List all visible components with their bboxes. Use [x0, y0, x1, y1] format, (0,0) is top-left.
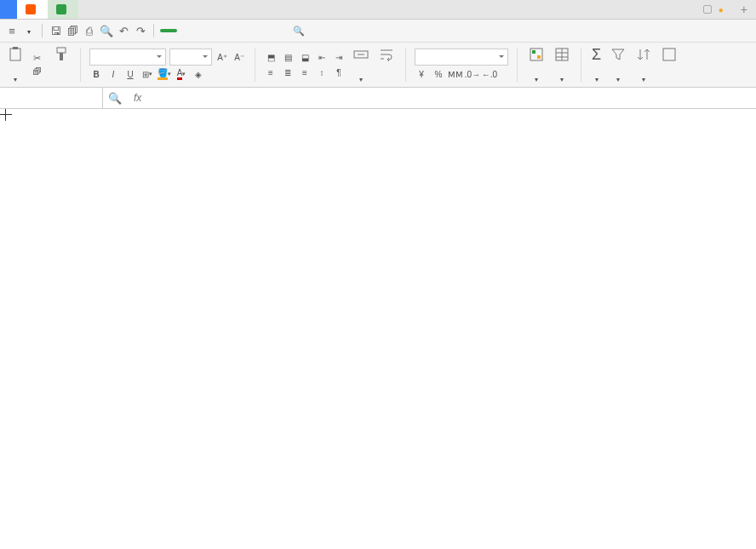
spreadsheet-grid[interactable] [0, 109, 756, 549]
svg-rect-2 [57, 48, 66, 53]
menu-insert[interactable] [180, 29, 191, 32]
brush-icon [53, 46, 70, 63]
save-icon[interactable]: 🖫 [49, 24, 62, 37]
merge-center-button[interactable]: ▾ [351, 44, 371, 85]
sort-button[interactable]: ▾ [633, 44, 654, 85]
menu-view[interactable] [249, 29, 259, 32]
menu-start[interactable] [160, 29, 177, 32]
save-as-icon[interactable]: 🗐 [66, 24, 79, 37]
indent-increase-icon[interactable]: ⇥ [332, 50, 346, 64]
increase-font-icon[interactable]: A⁺ [215, 50, 229, 64]
increase-decimal-icon[interactable]: .0→ [466, 67, 479, 81]
orientation-icon[interactable]: ↕ [315, 66, 329, 79]
menu-icon[interactable]: ≡ [5, 24, 19, 37]
menu-formula[interactable] [208, 29, 218, 32]
sum-button[interactable]: Σ ▾ [590, 44, 603, 85]
search-box[interactable]: 🔍 [293, 25, 404, 37]
merge-icon [352, 46, 369, 63]
svg-rect-0 [10, 49, 20, 60]
align-left-icon[interactable]: ≡ [264, 66, 278, 79]
search-icon: 🔍 [293, 26, 305, 37]
file-menu[interactable]: ▾ [22, 23, 36, 38]
dot-icon: ● [719, 5, 724, 14]
comma-icon[interactable]: ⅯⅯ [449, 67, 462, 81]
formula-bar: 🔍 fx [0, 88, 756, 109]
percent-icon[interactable]: % [432, 67, 445, 81]
align-middle-icon[interactable]: ▤ [281, 50, 295, 64]
paste-icon [7, 46, 24, 63]
align-top-icon[interactable]: ⬒ [264, 50, 278, 64]
daoke-icon [26, 4, 36, 14]
cond-format-icon [528, 46, 545, 63]
currency-icon[interactable]: ¥ [415, 67, 428, 81]
window-control-icon[interactable] [703, 5, 712, 14]
search-input[interactable] [307, 25, 404, 37]
wrap-text-button[interactable] [376, 44, 397, 85]
align-right-icon[interactable]: ≡ [298, 66, 312, 79]
document-tabs: ● + [0, 0, 756, 20]
redo-icon[interactable]: ↷ [134, 24, 147, 37]
conditional-format-button[interactable]: ▾ [526, 44, 547, 85]
funnel-icon [610, 46, 627, 63]
menu-review[interactable] [235, 29, 245, 32]
format-painter-button[interactable] [51, 44, 72, 85]
paste-button[interactable]: ▾ [5, 44, 26, 85]
underline-button[interactable]: U [123, 67, 137, 81]
menu-bar: ≡ ▾ 🖫 🗐 ⎙ 🔍 ↶ ↷ 🔍 [0, 20, 756, 43]
wrap-icon [378, 46, 395, 63]
cell-cursor-icon [0, 109, 12, 121]
sort-icon [635, 46, 652, 63]
svg-rect-9 [663, 49, 675, 60]
svg-rect-7 [537, 55, 541, 59]
undo-icon[interactable]: ↶ [117, 24, 130, 37]
align-bottom-icon[interactable]: ⬓ [298, 50, 312, 64]
bold-button[interactable]: B [89, 67, 103, 81]
cut-button[interactable]: ✂ [31, 52, 46, 64]
rtl-icon[interactable]: ¶ [332, 66, 346, 79]
tab-workbook[interactable] [48, 0, 78, 19]
font-color-button[interactable]: A▾ [175, 67, 188, 81]
fill-color-button[interactable]: 🪣▾ [158, 67, 171, 81]
decrease-font-icon[interactable]: A⁻ [232, 50, 246, 64]
fx-icon[interactable]: fx [127, 92, 148, 104]
copy-icon: 🗊 [31, 66, 43, 77]
filter-button[interactable]: ▾ [608, 44, 628, 85]
copy-button[interactable]: 🗊 [31, 66, 46, 77]
ribbon: ▾ ✂ 🗊 A⁺ A⁻ B I U ⊞▾ 🪣▾ A▾ ◈ ⬒ ▤ ⬓ [0, 43, 756, 88]
menu-page-layout[interactable] [194, 29, 204, 32]
zoom-icon[interactable]: 🔍 [103, 91, 127, 105]
name-box[interactable] [0, 88, 103, 108]
indent-decrease-icon[interactable]: ⇤ [315, 50, 329, 64]
table-style-icon [553, 46, 570, 63]
phonetic-button[interactable]: ◈ [192, 67, 205, 81]
print-icon[interactable]: ⎙ [83, 24, 96, 37]
align-center-icon[interactable]: ≣ [281, 66, 295, 79]
cell-icon [661, 46, 678, 63]
table-style-button[interactable]: ▾ [552, 44, 572, 85]
decrease-decimal-icon[interactable]: ←.0 [483, 67, 496, 81]
font-size-select[interactable] [169, 49, 212, 66]
border-button[interactable]: ⊞▾ [140, 67, 154, 81]
cell-format-button[interactable] [659, 44, 679, 85]
menu-data[interactable] [221, 29, 232, 32]
svg-rect-1 [13, 47, 18, 49]
number-format-select[interactable] [415, 49, 508, 66]
svg-rect-6 [532, 50, 536, 54]
menu-special[interactable] [276, 29, 286, 32]
new-tab-button[interactable]: + [732, 3, 756, 16]
font-name-select[interactable] [89, 49, 166, 66]
tab-home[interactable] [0, 0, 17, 19]
tab-daoke[interactable] [17, 0, 48, 19]
scissors-icon: ✂ [31, 52, 43, 64]
preview-icon[interactable]: 🔍 [100, 24, 113, 37]
italic-button[interactable]: I [106, 67, 120, 81]
svg-rect-3 [60, 53, 63, 60]
sigma-icon: Σ [592, 46, 601, 64]
menu-dev[interactable] [262, 29, 272, 32]
workbook-icon [56, 4, 66, 14]
